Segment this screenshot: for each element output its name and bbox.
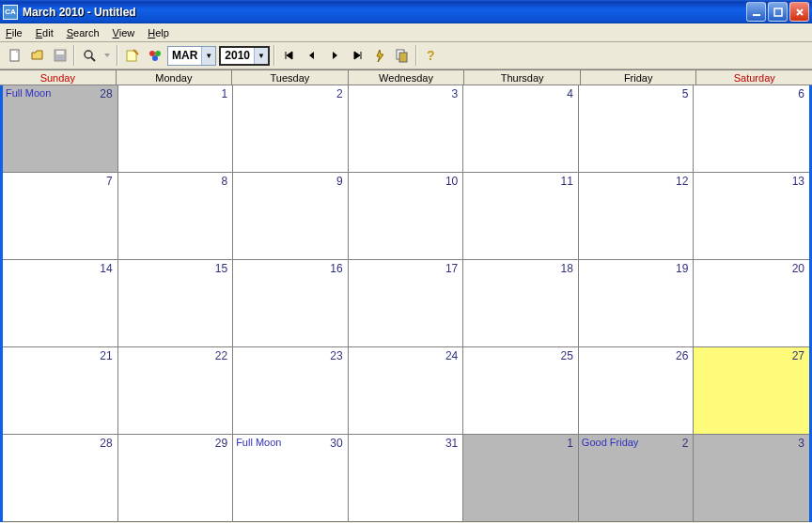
help-icon[interactable]: ? <box>420 45 442 66</box>
calendar-cell[interactable]: 19 <box>579 260 695 347</box>
day-header-saturday: Saturday <box>696 70 812 85</box>
next-icon[interactable] <box>323 45 345 66</box>
calendar-cell[interactable]: 11 <box>463 173 579 260</box>
day-number: 19 <box>676 262 688 275</box>
calendar-cell[interactable]: 4 <box>463 85 579 173</box>
svg-point-9 <box>155 51 161 56</box>
menu-help[interactable]: Help <box>148 27 169 38</box>
calendar-cell[interactable]: 7 <box>3 173 118 260</box>
calendar-cell[interactable]: 25 <box>463 347 579 435</box>
menubar: File Edit Search View Help <box>0 23 812 42</box>
day-number: 9 <box>336 175 343 188</box>
calendar-cell[interactable]: 2Good Friday <box>579 435 695 522</box>
day-number: 26 <box>676 349 688 362</box>
calendar-cell[interactable]: 20 <box>694 260 809 347</box>
calendar-cell[interactable]: 29 <box>118 435 234 522</box>
day-number: 12 <box>676 175 688 188</box>
svg-point-10 <box>152 55 158 61</box>
svg-rect-11 <box>397 50 404 59</box>
chevron-down-icon: ▼ <box>201 47 215 65</box>
calendar-cell[interactable]: 21 <box>3 347 118 435</box>
calendar-cell[interactable]: 23 <box>233 347 349 435</box>
edit-note-icon[interactable] <box>121 45 143 66</box>
calendar-cell[interactable]: 6 <box>694 85 809 173</box>
save-icon[interactable] <box>49 45 70 66</box>
first-icon[interactable] <box>278 45 300 66</box>
flash-icon[interactable] <box>368 45 390 66</box>
day-number: 1 <box>567 437 573 450</box>
calendar-cell[interactable]: 28 <box>3 435 118 522</box>
calendar-cell[interactable]: 14 <box>3 260 118 347</box>
day-header-friday: Friday <box>581 70 697 85</box>
calendar-cell[interactable]: 5 <box>579 85 695 173</box>
calendar-cell[interactable]: 2 <box>233 85 349 173</box>
calendar-cell[interactable]: 26 <box>579 347 695 435</box>
window-title: March 2010 - Untitled <box>23 6 746 19</box>
day-number: 29 <box>215 437 227 450</box>
menu-view[interactable]: View <box>113 27 135 38</box>
calendar-cell[interactable]: 1 <box>118 85 234 173</box>
day-number: 28 <box>100 437 112 450</box>
calendar-cell[interactable]: 31 <box>349 435 464 522</box>
day-number: 6 <box>798 87 804 100</box>
calendar-cell[interactable]: 17 <box>349 260 464 347</box>
svg-rect-2 <box>10 50 19 61</box>
app-icon: CA <box>3 5 18 20</box>
calendar-cell[interactable]: 16 <box>233 260 349 347</box>
calendar-cell[interactable]: 8 <box>118 173 234 260</box>
calendar-cell[interactable]: 13 <box>694 173 809 260</box>
calendar-cell[interactable]: 22 <box>118 347 234 435</box>
close-button[interactable] <box>789 2 809 22</box>
calendar-cell[interactable]: 12 <box>579 173 695 260</box>
calendar-cell[interactable]: 24 <box>349 347 464 435</box>
new-file-icon[interactable] <box>4 45 25 66</box>
calendar-cell[interactable]: 15 <box>118 260 234 347</box>
day-number: 10 <box>445 175 458 188</box>
calendar-cell[interactable]: 10 <box>349 173 464 260</box>
day-number: 11 <box>560 175 572 188</box>
day-number: 18 <box>560 262 572 275</box>
calendar-cell[interactable]: 18 <box>463 260 579 347</box>
day-number: 2 <box>336 87 343 100</box>
copy-icon[interactable] <box>391 45 413 66</box>
year-selector[interactable]: 2010▼ <box>219 46 270 66</box>
event-label: Full Moon <box>6 87 51 99</box>
separator <box>273 45 275 66</box>
day-number: 7 <box>106 175 113 188</box>
menu-edit[interactable]: Edit <box>36 27 54 38</box>
categories-icon[interactable] <box>144 45 165 66</box>
svg-rect-1 <box>774 8 782 16</box>
day-number: 5 <box>682 87 689 100</box>
calendar-cell[interactable]: 9 <box>233 173 349 260</box>
day-number: 16 <box>330 262 342 275</box>
menu-search[interactable]: Search <box>67 27 100 38</box>
dropdown-icon[interactable] <box>101 45 114 66</box>
last-icon[interactable] <box>346 45 367 66</box>
day-number: 8 <box>221 175 227 188</box>
calendar-cell[interactable]: 30Full Moon <box>233 435 349 522</box>
event-label: Full Moon <box>236 437 281 448</box>
day-number: 23 <box>330 349 342 362</box>
calendar-cell[interactable]: 27 <box>694 347 809 435</box>
day-number: 3 <box>452 87 459 100</box>
calendar-cell[interactable]: 1 <box>463 435 579 522</box>
day-number: 22 <box>215 349 227 362</box>
maximize-button[interactable] <box>768 2 788 22</box>
prev-icon[interactable] <box>301 45 322 66</box>
svg-point-5 <box>85 51 92 58</box>
titlebar: CA March 2010 - Untitled <box>0 0 812 23</box>
calendar-cell[interactable]: 28Full Moon <box>3 85 118 173</box>
calendar-cell[interactable]: 3 <box>694 435 809 522</box>
svg-rect-12 <box>399 53 407 62</box>
day-number: 15 <box>215 262 227 275</box>
find-icon[interactable] <box>78 45 100 66</box>
month-selector[interactable]: MAR▼ <box>167 46 216 66</box>
separator <box>73 45 75 66</box>
day-header-row: SundayMondayTuesdayWednesdayThursdayFrid… <box>0 69 812 85</box>
day-number: 27 <box>792 349 804 362</box>
menu-file[interactable]: File <box>6 27 23 38</box>
day-number: 30 <box>330 437 342 450</box>
calendar-cell[interactable]: 3 <box>349 85 464 173</box>
minimize-button[interactable] <box>746 2 766 22</box>
open-folder-icon[interactable] <box>26 45 48 66</box>
